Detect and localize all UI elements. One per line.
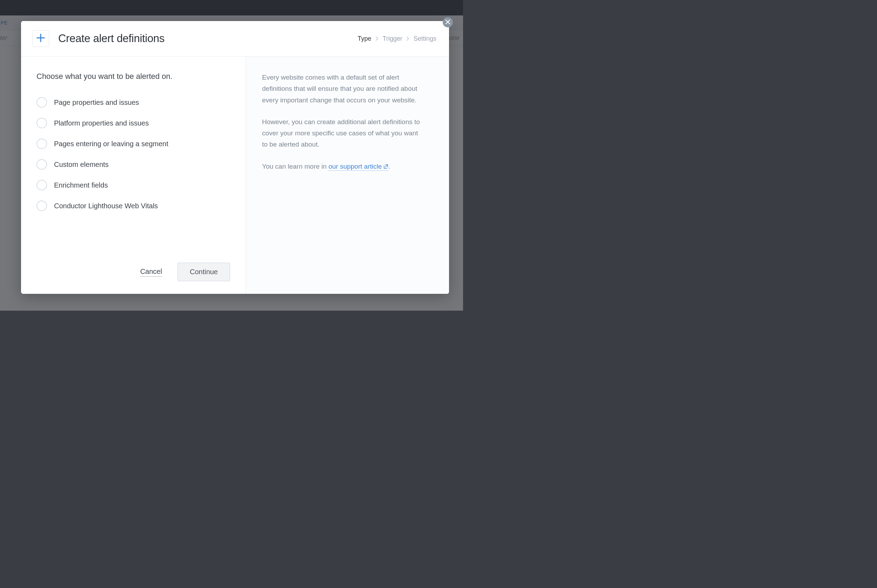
chevron-right-icon — [407, 36, 409, 40]
description-paragraph-3: You can learn more in our support articl… — [262, 161, 424, 172]
option-label: Conductor Lighthouse Web Vitals — [54, 202, 158, 210]
option-pages-segment[interactable]: Pages entering or leaving a segment — [36, 138, 230, 149]
radio-icon — [36, 118, 47, 128]
breadcrumb-step-type[interactable]: Type — [358, 35, 371, 42]
option-label: Enrichment fields — [54, 181, 108, 189]
cancel-button[interactable]: Cancel — [140, 267, 162, 277]
option-platform-properties[interactable]: Platform properties and issues — [36, 118, 230, 128]
support-link-text: our support article — [328, 163, 381, 170]
modal-body: Choose what you want to be alerted on. P… — [21, 57, 449, 294]
prompt-text: Choose what you want to be alerted on. — [36, 72, 230, 81]
description-paragraph-2: However, you can create additional alert… — [262, 116, 424, 150]
plus-icon — [36, 33, 46, 44]
breadcrumb-step-trigger[interactable]: Trigger — [383, 35, 402, 42]
option-enrichment-fields[interactable]: Enrichment fields — [36, 180, 230, 190]
support-article-link[interactable]: our support article — [328, 163, 388, 171]
external-link-icon — [383, 161, 388, 172]
chevron-right-icon — [376, 36, 378, 40]
option-lighthouse-web-vitals[interactable]: Conductor Lighthouse Web Vitals — [36, 201, 230, 211]
radio-icon — [36, 180, 47, 190]
actions-row: Cancel Continue — [36, 249, 230, 281]
description-paragraph-1: Every website comes with a default set o… — [262, 72, 424, 106]
radio-icon — [36, 138, 47, 149]
option-custom-elements[interactable]: Custom elements — [36, 159, 230, 170]
radio-icon — [36, 159, 47, 170]
description-p3-prefix: You can learn more in — [262, 163, 328, 170]
option-label: Custom elements — [54, 160, 109, 169]
breadcrumb: Type Trigger Settings — [358, 35, 436, 42]
plus-icon-box — [32, 30, 49, 47]
right-pane: Every website comes with a default set o… — [246, 57, 449, 294]
option-label: Platform properties and issues — [54, 119, 149, 127]
close-button[interactable] — [443, 17, 453, 27]
option-label: Page properties and issues — [54, 99, 139, 106]
radio-icon — [36, 201, 47, 211]
radio-icon — [36, 97, 47, 108]
breadcrumb-step-settings[interactable]: Settings — [414, 35, 436, 42]
modal-title: Create alert definitions — [58, 32, 165, 45]
option-page-properties[interactable]: Page properties and issues — [36, 97, 230, 108]
continue-button[interactable]: Continue — [177, 262, 230, 281]
create-alert-modal: Create alert definitions Type Trigger Se… — [21, 21, 449, 294]
left-pane: Choose what you want to be alerted on. P… — [21, 57, 246, 294]
description-p3-suffix: . — [388, 163, 390, 170]
close-icon — [446, 19, 450, 26]
options-list: Page properties and issues Platform prop… — [36, 97, 230, 211]
modal-header: Create alert definitions Type Trigger Se… — [21, 21, 449, 57]
option-label: Pages entering or leaving a segment — [54, 140, 168, 148]
